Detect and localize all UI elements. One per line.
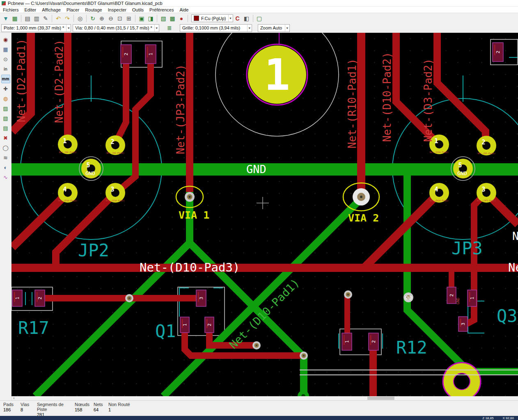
menu-routage[interactable]: Routage bbox=[82, 7, 105, 12]
pad-number: 3 bbox=[481, 186, 485, 193]
track-width-selector[interactable]: Piste: 1,000 mm (39,37 mils) * bbox=[1, 24, 71, 32]
layers-toolbar-icon[interactable]: ▢ bbox=[255, 14, 264, 23]
net-label: N bbox=[512, 230, 518, 242]
zoom-out-icon[interactable]: ⊖ bbox=[106, 14, 115, 23]
zone-filled-icon[interactable]: ▨ bbox=[1, 104, 10, 113]
menu-outils[interactable]: Outils bbox=[129, 7, 147, 12]
pad-number: 1 bbox=[148, 53, 154, 56]
polar-coords-icon[interactable]: ⊙ bbox=[1, 55, 10, 64]
grid-selector[interactable]: Grille: 0,1000 mm (3,94 mils) bbox=[180, 24, 252, 32]
drc-toggle-icon[interactable]: ◉ bbox=[1, 35, 10, 44]
contrast-mode-icon[interactable]: ◐ bbox=[1, 163, 10, 172]
stat-value: 1 bbox=[108, 407, 137, 412]
undo-icon[interactable]: ↶ bbox=[54, 14, 63, 23]
title-bar: Pcbnew — C:\Users\Vavan\Documents\BDT Gl… bbox=[0, 0, 518, 7]
chevron-down-icon bbox=[154, 25, 159, 32]
pads-sketch-icon[interactable]: ◯ bbox=[1, 144, 10, 152]
via-small bbox=[344, 290, 352, 299]
ref-r12: R12 bbox=[396, 338, 427, 358]
tracks-sketch-icon[interactable]: ≋ bbox=[1, 153, 10, 162]
chevron-down-icon bbox=[285, 25, 289, 32]
pad-number: 2 bbox=[495, 51, 501, 54]
grid-toggle-icon[interactable]: ▦ bbox=[1, 45, 10, 54]
pad-net-tiny: Net-(JP3-Pad2) bbox=[477, 199, 496, 202]
chevron-down-icon bbox=[66, 25, 71, 32]
zone-hidden-icon[interactable]: ▤ bbox=[1, 124, 10, 132]
zoom-fit-icon[interactable]: ⊡ bbox=[115, 14, 124, 23]
pad-number: 2 bbox=[110, 138, 114, 146]
layers-manager-icon[interactable]: ∿ bbox=[1, 173, 10, 182]
ratsnest-icon[interactable]: ◍ bbox=[1, 94, 10, 103]
board-setup-icon[interactable]: ▦ bbox=[10, 14, 19, 23]
crosshair bbox=[257, 197, 269, 209]
print-icon[interactable]: ▥ bbox=[32, 14, 41, 23]
cursor-shape-icon[interactable]: ✚ bbox=[1, 84, 10, 93]
footprint-browser-icon[interactable]: ◨ bbox=[146, 14, 155, 23]
pad-number: 2 bbox=[124, 53, 129, 56]
stat-value: 64 bbox=[94, 407, 108, 412]
pcb-canvas[interactable]: Net-(D2-Pad1) Net-(D2-Pad2) Net-(JP3-Pad… bbox=[11, 33, 518, 396]
separator bbox=[21, 15, 21, 22]
menu-aide[interactable]: Aide bbox=[176, 7, 191, 12]
refresh-icon[interactable]: ↻ bbox=[88, 14, 97, 23]
drc-icon[interactable]: ● bbox=[177, 14, 186, 23]
options-toolbar: Piste: 1,000 mm (39,37 mils) * Via: 0,80… bbox=[0, 23, 518, 33]
page-settings-icon[interactable]: ▤ bbox=[23, 14, 32, 23]
via-small bbox=[252, 341, 261, 349]
pad-number: 2 bbox=[207, 324, 212, 326]
pad-number: 1 bbox=[15, 297, 20, 300]
big-pad-number: 1 bbox=[264, 50, 290, 100]
zones-off-icon[interactable]: ✖ bbox=[1, 134, 10, 142]
zoom-in-icon[interactable]: ⊕ bbox=[97, 14, 106, 23]
update-pcb-icon[interactable]: ▩ bbox=[168, 14, 177, 23]
save-icon[interactable]: ▼ bbox=[1, 14, 10, 23]
via-size-selector[interactable]: Via: 0,80 / 0,40 mm (31,5 / 15,7 mils) * bbox=[73, 24, 159, 32]
menu-placer[interactable]: Placer bbox=[64, 7, 82, 12]
pad-number: 5 bbox=[458, 162, 462, 169]
auto-track-width-icon[interactable]: ≣ bbox=[165, 23, 174, 32]
netlist-icon[interactable]: ▧ bbox=[159, 14, 168, 23]
menu-fichiers[interactable]: Fichiers bbox=[0, 7, 22, 12]
redo-icon[interactable]: ↷ bbox=[63, 14, 72, 23]
separator bbox=[188, 15, 188, 22]
layer-selector[interactable]: F.Cu (PgUp) bbox=[191, 14, 233, 22]
horizontal-scrollbar[interactable]: ‹ bbox=[11, 396, 518, 400]
menu-affichage[interactable]: Affichage bbox=[39, 7, 64, 12]
stat-label: Nœuds bbox=[75, 402, 94, 407]
pad-number: 2 bbox=[371, 340, 376, 343]
units-mm-icon[interactable]: mm bbox=[1, 75, 10, 83]
layer-pair-icon[interactable]: ◧ bbox=[242, 14, 251, 23]
stat-label: Vias bbox=[21, 402, 37, 407]
stat-track-segments: Segments de Piste 281 bbox=[37, 402, 75, 416]
separator bbox=[157, 15, 157, 22]
menu-preferences[interactable]: Préférences bbox=[147, 7, 176, 12]
stat-label: Pads bbox=[3, 402, 21, 407]
ref-r17: R17 bbox=[18, 318, 49, 338]
pad-net-tiny: Net-(D2-Pad2) bbox=[106, 152, 124, 154]
pad-number: 3 bbox=[199, 297, 204, 300]
zoom-selection-icon[interactable]: ⊞ bbox=[124, 14, 133, 23]
plot-icon[interactable]: ✎ bbox=[41, 14, 50, 23]
scrollbar-thumb[interactable] bbox=[367, 397, 394, 400]
scroll-left-arrow[interactable]: ‹ bbox=[11, 396, 16, 400]
menu-editer[interactable]: Editer bbox=[22, 7, 39, 12]
footprint-editor-icon[interactable]: ▣ bbox=[137, 14, 146, 23]
pad-number: 4 bbox=[434, 186, 438, 193]
ref-q1: Q1 bbox=[155, 321, 176, 341]
x-coordinate-readout: X 92,60 bbox=[502, 416, 514, 420]
stat-nodes: Nœuds 158 bbox=[75, 402, 94, 416]
zoom-readout: Z 18,85 bbox=[482, 416, 493, 420]
via-size-value: Via: 0,80 / 0,40 mm (31,5 / 15,7 mils) * bbox=[75, 25, 152, 30]
donut-pad[interactable] bbox=[443, 363, 481, 396]
units-inch-icon[interactable]: in bbox=[1, 65, 10, 73]
pad-net-tiny: Net-(D10-Pad2) bbox=[58, 199, 77, 202]
zone-outline-icon[interactable]: ▧ bbox=[1, 114, 10, 123]
menu-inspecter[interactable]: Inspecter bbox=[105, 7, 129, 12]
coordinate-strip: Z 18,85 X 92,60 bbox=[0, 416, 518, 420]
pad-gnd-label: GND bbox=[85, 170, 95, 176]
pad-gnd-label: GND bbox=[457, 170, 467, 176]
highlight-net-icon[interactable]: C bbox=[233, 14, 242, 23]
pad-number: 1 bbox=[344, 340, 350, 343]
zoom-selector[interactable]: Zoom Auto bbox=[258, 24, 290, 32]
find-icon[interactable]: ◎ bbox=[76, 14, 85, 23]
